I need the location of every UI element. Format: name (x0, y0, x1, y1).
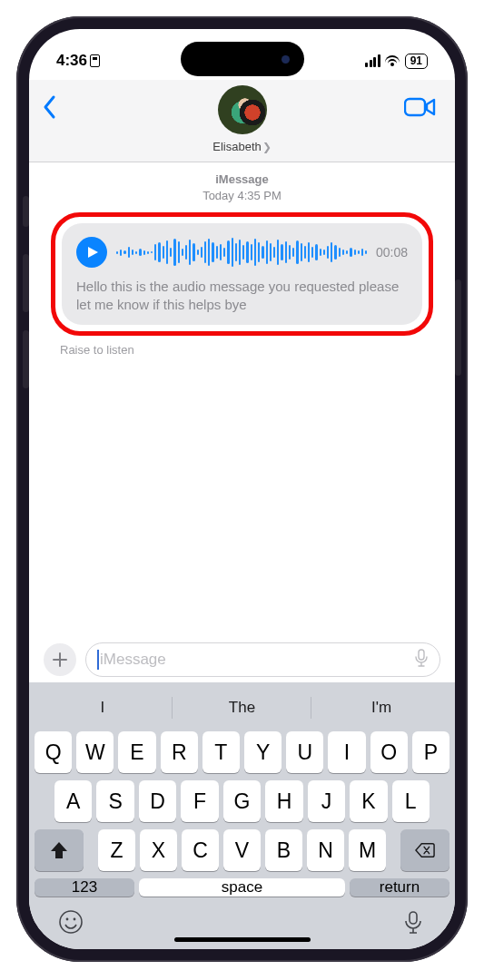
power-button (455, 279, 461, 376)
text-caret (97, 650, 99, 670)
return-key[interactable]: return (350, 878, 449, 897)
message-thread: iMessage Today 4:35 PM 00:08 Hello this … (29, 162, 455, 635)
raise-to-listen-hint: Raise to listen (60, 343, 455, 357)
volume-down-button (23, 330, 29, 388)
compose-bar: iMessage (29, 635, 455, 682)
audio-transcript: Hello this is the audio message you requ… (76, 278, 408, 314)
key-c[interactable]: C (182, 829, 219, 871)
key-k[interactable]: K (350, 780, 387, 822)
key-z[interactable]: Z (98, 829, 135, 871)
key-b[interactable]: B (265, 829, 302, 871)
key-t[interactable]: T (202, 731, 240, 773)
numbers-key[interactable]: 123 (35, 878, 134, 897)
wifi-icon (385, 55, 400, 66)
key-l[interactable]: L (392, 780, 430, 822)
key-r[interactable]: R (161, 731, 198, 773)
key-a[interactable]: A (54, 780, 92, 822)
key-p[interactable]: P (412, 731, 449, 773)
audio-waveform[interactable] (116, 236, 367, 269)
backspace-key[interactable] (400, 829, 449, 871)
key-u[interactable]: U (286, 731, 323, 773)
facetime-button[interactable] (404, 94, 437, 123)
sim-icon (90, 54, 100, 67)
message-input[interactable]: iMessage (85, 642, 440, 677)
phone-frame: 4:36 91 Elisabeth ❯ (16, 16, 468, 962)
key-h[interactable]: H (265, 780, 302, 822)
back-button[interactable] (42, 94, 58, 123)
audio-duration: 00:08 (376, 245, 408, 260)
volume-up-button (23, 254, 29, 312)
key-f[interactable]: F (181, 780, 218, 822)
space-key[interactable]: space (139, 878, 345, 897)
svg-rect-5 (410, 912, 417, 924)
key-x[interactable]: X (140, 829, 177, 871)
play-button[interactable] (76, 237, 107, 268)
screen: 4:36 91 Elisabeth ❯ (29, 29, 455, 949)
suggestion[interactable]: I'm (311, 688, 451, 728)
attach-button[interactable] (44, 643, 76, 676)
thread-timestamp: iMessage Today 4:35 PM (29, 172, 455, 203)
side-button (23, 196, 29, 227)
contact-name[interactable]: Elisabeth ❯ (212, 140, 271, 153)
key-j[interactable]: J (308, 780, 345, 822)
shift-key[interactable] (35, 829, 84, 871)
dictation-icon[interactable] (414, 649, 429, 671)
dynamic-island (181, 42, 304, 76)
contact-avatar[interactable] (218, 85, 267, 134)
home-indicator[interactable] (174, 937, 311, 942)
svg-point-4 (74, 918, 76, 921)
key-v[interactable]: V (223, 829, 261, 871)
key-o[interactable]: O (370, 731, 408, 773)
key-e[interactable]: E (118, 731, 155, 773)
svg-point-2 (60, 911, 82, 933)
svg-rect-0 (405, 99, 425, 115)
battery-indicator: 91 (405, 54, 428, 69)
suggestion[interactable]: I (33, 688, 173, 728)
chevron-right-icon: ❯ (262, 141, 272, 153)
suggestion[interactable]: The (173, 688, 312, 728)
key-q[interactable]: Q (35, 731, 72, 773)
key-d[interactable]: D (139, 780, 176, 822)
key-m[interactable]: M (349, 829, 386, 871)
cellular-icon (365, 54, 380, 67)
dictation-key[interactable] (400, 909, 426, 938)
key-g[interactable]: G (223, 780, 261, 822)
svg-point-3 (66, 918, 69, 921)
key-w[interactable]: W (76, 731, 114, 773)
annotation-highlight: 00:08 Hello this is the audio message yo… (51, 212, 433, 336)
emoji-key[interactable] (58, 909, 84, 938)
clock: 4:36 (56, 52, 87, 70)
message-placeholder: iMessage (100, 651, 166, 669)
conversation-header: Elisabeth ❯ (29, 80, 455, 162)
audio-message-bubble[interactable]: 00:08 Hello this is the audio message yo… (62, 223, 422, 325)
key-s[interactable]: S (96, 780, 133, 822)
key-y[interactable]: Y (244, 731, 282, 773)
svg-rect-1 (419, 650, 424, 660)
key-i[interactable]: I (328, 731, 365, 773)
key-n[interactable]: N (307, 829, 344, 871)
keyboard: ITheI'm QWERTYUIOP ASDFGHJKL ZXCVBNM 123… (29, 682, 455, 949)
